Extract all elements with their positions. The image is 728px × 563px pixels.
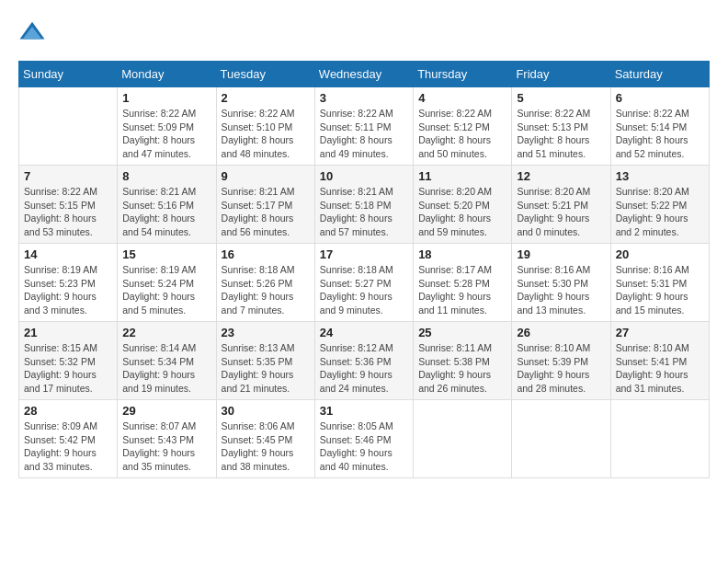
day-number: 31 bbox=[320, 404, 408, 418]
day-info: Sunrise: 8:22 AMSunset: 5:10 PMDaylight:… bbox=[222, 107, 310, 161]
day-number: 7 bbox=[24, 169, 112, 183]
calendar-cell: 12Sunrise: 8:20 AMSunset: 5:21 PMDayligh… bbox=[512, 166, 610, 244]
calendar-cell: 15Sunrise: 8:19 AMSunset: 5:24 PMDayligh… bbox=[118, 244, 216, 322]
day-info: Sunrise: 8:11 AMSunset: 5:38 PMDaylight:… bbox=[418, 341, 506, 396]
calendar-cell: 1Sunrise: 8:22 AMSunset: 5:09 PMDaylight… bbox=[118, 87, 216, 166]
calendar-cell bbox=[610, 400, 709, 478]
calendar-cell: 26Sunrise: 8:10 AMSunset: 5:39 PMDayligh… bbox=[512, 322, 610, 400]
day-info: Sunrise: 8:19 AMSunset: 5:24 PMDaylight:… bbox=[122, 263, 210, 317]
calendar-cell: 29Sunrise: 8:07 AMSunset: 5:43 PMDayligh… bbox=[118, 400, 216, 478]
calendar-week-row: 14Sunrise: 8:19 AMSunset: 5:23 PMDayligh… bbox=[19, 244, 710, 322]
calendar-cell: 17Sunrise: 8:18 AMSunset: 5:27 PMDayligh… bbox=[314, 244, 413, 322]
day-number: 29 bbox=[122, 404, 210, 418]
calendar-cell: 25Sunrise: 8:11 AMSunset: 5:38 PMDayligh… bbox=[414, 322, 512, 400]
day-info: Sunrise: 8:21 AMSunset: 5:17 PMDaylight:… bbox=[222, 185, 310, 239]
calendar-cell: 19Sunrise: 8:16 AMSunset: 5:30 PMDayligh… bbox=[512, 244, 610, 322]
calendar-cell: 5Sunrise: 8:22 AMSunset: 5:13 PMDaylight… bbox=[512, 87, 610, 166]
calendar-cell: 20Sunrise: 8:16 AMSunset: 5:31 PMDayligh… bbox=[610, 244, 709, 322]
day-info: Sunrise: 8:12 AMSunset: 5:36 PMDaylight:… bbox=[320, 341, 408, 396]
logo-icon bbox=[18, 18, 46, 46]
day-number: 6 bbox=[616, 91, 704, 105]
day-number: 17 bbox=[320, 247, 408, 261]
day-number: 24 bbox=[320, 326, 408, 339]
day-info: Sunrise: 8:10 AMSunset: 5:39 PMDaylight:… bbox=[517, 341, 605, 396]
calendar-week-row: 7Sunrise: 8:22 AMSunset: 5:15 PMDaylight… bbox=[19, 166, 710, 244]
day-info: Sunrise: 8:22 AMSunset: 5:09 PMDaylight:… bbox=[122, 107, 210, 161]
day-info: Sunrise: 8:20 AMSunset: 5:21 PMDaylight:… bbox=[517, 185, 605, 239]
calendar-cell: 3Sunrise: 8:22 AMSunset: 5:11 PMDaylight… bbox=[314, 87, 413, 166]
calendar-cell: 16Sunrise: 8:18 AMSunset: 5:26 PMDayligh… bbox=[216, 244, 314, 322]
day-number: 8 bbox=[122, 169, 210, 183]
day-number: 12 bbox=[517, 169, 605, 183]
day-info: Sunrise: 8:09 AMSunset: 5:42 PMDaylight:… bbox=[24, 419, 112, 474]
day-number: 30 bbox=[222, 404, 310, 418]
calendar-cell bbox=[414, 400, 512, 478]
day-number: 23 bbox=[222, 326, 310, 339]
calendar-cell: 27Sunrise: 8:10 AMSunset: 5:41 PMDayligh… bbox=[610, 322, 709, 400]
day-number: 9 bbox=[222, 169, 310, 183]
day-number: 21 bbox=[24, 326, 112, 339]
day-info: Sunrise: 8:22 AMSunset: 5:12 PMDaylight:… bbox=[418, 107, 506, 161]
day-number: 15 bbox=[122, 247, 210, 261]
day-number: 2 bbox=[222, 91, 310, 105]
calendar-cell: 10Sunrise: 8:21 AMSunset: 5:18 PMDayligh… bbox=[314, 166, 413, 244]
logo bbox=[18, 18, 50, 46]
calendar-cell: 28Sunrise: 8:09 AMSunset: 5:42 PMDayligh… bbox=[19, 400, 118, 478]
day-info: Sunrise: 8:05 AMSunset: 5:46 PMDaylight:… bbox=[320, 419, 408, 474]
calendar-cell: 4Sunrise: 8:22 AMSunset: 5:12 PMDaylight… bbox=[414, 87, 512, 166]
calendar-cell: 8Sunrise: 8:21 AMSunset: 5:16 PMDaylight… bbox=[118, 166, 216, 244]
calendar-header-friday: Friday bbox=[512, 62, 610, 87]
calendar-header-tuesday: Tuesday bbox=[216, 62, 314, 87]
day-number: 25 bbox=[418, 326, 506, 339]
day-info: Sunrise: 8:16 AMSunset: 5:31 PMDaylight:… bbox=[616, 263, 704, 317]
day-info: Sunrise: 8:22 AMSunset: 5:15 PMDaylight:… bbox=[24, 185, 112, 239]
day-number: 16 bbox=[222, 247, 310, 261]
calendar-cell: 7Sunrise: 8:22 AMSunset: 5:15 PMDaylight… bbox=[19, 166, 118, 244]
day-info: Sunrise: 8:20 AMSunset: 5:20 PMDaylight:… bbox=[418, 185, 506, 239]
day-number: 26 bbox=[517, 326, 605, 339]
day-info: Sunrise: 8:22 AMSunset: 5:14 PMDaylight:… bbox=[616, 107, 704, 161]
day-info: Sunrise: 8:14 AMSunset: 5:34 PMDaylight:… bbox=[122, 341, 210, 396]
calendar-cell: 22Sunrise: 8:14 AMSunset: 5:34 PMDayligh… bbox=[118, 322, 216, 400]
calendar-cell: 31Sunrise: 8:05 AMSunset: 5:46 PMDayligh… bbox=[314, 400, 413, 478]
day-info: Sunrise: 8:21 AMSunset: 5:18 PMDaylight:… bbox=[320, 185, 408, 239]
calendar-week-row: 28Sunrise: 8:09 AMSunset: 5:42 PMDayligh… bbox=[19, 400, 710, 478]
day-info: Sunrise: 8:18 AMSunset: 5:27 PMDaylight:… bbox=[320, 263, 408, 317]
day-number: 5 bbox=[517, 91, 605, 105]
calendar-cell: 13Sunrise: 8:20 AMSunset: 5:22 PMDayligh… bbox=[610, 166, 709, 244]
day-number: 18 bbox=[418, 247, 506, 261]
day-number: 1 bbox=[122, 91, 210, 105]
calendar-header-wednesday: Wednesday bbox=[314, 62, 413, 87]
calendar-cell: 23Sunrise: 8:13 AMSunset: 5:35 PMDayligh… bbox=[216, 322, 314, 400]
day-info: Sunrise: 8:19 AMSunset: 5:23 PMDaylight:… bbox=[24, 263, 112, 317]
calendar-header-row: SundayMondayTuesdayWednesdayThursdayFrid… bbox=[19, 62, 710, 87]
day-info: Sunrise: 8:18 AMSunset: 5:26 PMDaylight:… bbox=[222, 263, 310, 317]
day-info: Sunrise: 8:17 AMSunset: 5:28 PMDaylight:… bbox=[418, 263, 506, 317]
day-info: Sunrise: 8:20 AMSunset: 5:22 PMDaylight:… bbox=[616, 185, 704, 239]
calendar-header-thursday: Thursday bbox=[414, 62, 512, 87]
day-number: 27 bbox=[616, 326, 704, 339]
calendar-cell: 6Sunrise: 8:22 AMSunset: 5:14 PMDaylight… bbox=[610, 87, 709, 166]
day-info: Sunrise: 8:22 AMSunset: 5:13 PMDaylight:… bbox=[517, 107, 605, 161]
calendar-cell bbox=[19, 87, 118, 166]
day-number: 10 bbox=[320, 169, 408, 183]
calendar-table: SundayMondayTuesdayWednesdayThursdayFrid… bbox=[18, 61, 710, 478]
calendar-cell: 30Sunrise: 8:06 AMSunset: 5:45 PMDayligh… bbox=[216, 400, 314, 478]
day-number: 3 bbox=[320, 91, 408, 105]
day-info: Sunrise: 8:21 AMSunset: 5:16 PMDaylight:… bbox=[122, 185, 210, 239]
calendar-header-monday: Monday bbox=[118, 62, 216, 87]
day-number: 4 bbox=[418, 91, 506, 105]
calendar-cell: 21Sunrise: 8:15 AMSunset: 5:32 PMDayligh… bbox=[19, 322, 118, 400]
calendar-cell: 9Sunrise: 8:21 AMSunset: 5:17 PMDaylight… bbox=[216, 166, 314, 244]
day-info: Sunrise: 8:16 AMSunset: 5:30 PMDaylight:… bbox=[517, 263, 605, 317]
calendar-cell: 14Sunrise: 8:19 AMSunset: 5:23 PMDayligh… bbox=[19, 244, 118, 322]
day-info: Sunrise: 8:22 AMSunset: 5:11 PMDaylight:… bbox=[320, 107, 408, 161]
calendar-cell: 18Sunrise: 8:17 AMSunset: 5:28 PMDayligh… bbox=[414, 244, 512, 322]
calendar-week-row: 1Sunrise: 8:22 AMSunset: 5:09 PMDaylight… bbox=[19, 87, 710, 166]
day-info: Sunrise: 8:07 AMSunset: 5:43 PMDaylight:… bbox=[122, 419, 210, 474]
day-number: 11 bbox=[418, 169, 506, 183]
calendar-cell bbox=[512, 400, 610, 478]
day-info: Sunrise: 8:15 AMSunset: 5:32 PMDaylight:… bbox=[24, 341, 112, 396]
calendar-header-sunday: Sunday bbox=[19, 62, 118, 87]
day-number: 19 bbox=[517, 247, 605, 261]
